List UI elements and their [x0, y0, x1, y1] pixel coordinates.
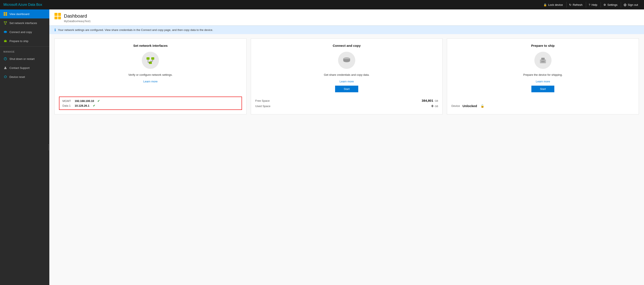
data1-label: Data 1 — [62, 104, 72, 107]
copy-card-desc: Get share credentials and copy data. — [324, 73, 370, 76]
used-space-unit: GB — [434, 105, 438, 108]
sidebar-item-device-reset[interactable]: Device reset — [0, 72, 49, 81]
cards-area: Set network interfaces Verify or configu… — [49, 34, 644, 119]
sidebar-item-prepare-ship[interactable]: Prepare to ship — [0, 36, 49, 46]
help-button[interactable]: ? Help — [586, 2, 600, 8]
sidebar-item-shutdown[interactable]: Shut down or restart — [0, 54, 49, 63]
copy-card: Connect and copy Get share credentials a… — [251, 38, 443, 114]
network-card-title: Set network interfaces — [133, 44, 168, 48]
page-subtitle: MyDataBoxHeavyTest1 — [54, 20, 639, 23]
copy-card-icon — [338, 52, 355, 69]
free-space-value: 384,801 — [422, 99, 433, 102]
copy-card-title: Connect and copy — [333, 44, 360, 48]
copy-nav-icon — [4, 30, 7, 34]
copy-start-button[interactable]: Start — [335, 86, 358, 92]
sign-out-button[interactable]: ⏻ Sign out — [621, 2, 640, 8]
top-nav: Microsoft Azure Data Box 🔒 Lock device ↻… — [0, 0, 644, 10]
info-icon: ℹ — [54, 28, 56, 32]
sidebar-item-view-dashboard[interactable]: View dashboard — [0, 10, 49, 18]
svg-rect-18 — [151, 57, 154, 60]
svg-rect-3 — [6, 14, 7, 16]
network-card: Set network interfaces Verify or configu… — [54, 38, 246, 114]
help-icon: ? — [589, 3, 590, 6]
copy-learn-more[interactable]: Learn more — [340, 80, 354, 83]
lock-icon: 🔒 — [544, 3, 547, 6]
used-space-row: Used Space 0 GB — [255, 104, 438, 108]
svg-rect-4 — [4, 22, 5, 22]
mgmt-value: 192.168.100.10 — [75, 99, 94, 102]
data1-check-icon: ✔ — [93, 104, 96, 107]
refresh-icon: ↻ — [569, 3, 572, 6]
sidebar-divider — [0, 46, 49, 46]
svg-rect-5 — [6, 22, 7, 22]
data1-row: Data 1 10.128.26.1 ✔ — [62, 104, 238, 107]
ship-learn-more[interactable]: Learn more — [536, 80, 550, 83]
mgmt-check-icon: ✔ — [98, 99, 100, 102]
ship-start-button[interactable]: Start — [532, 86, 554, 92]
svg-rect-1 — [6, 12, 7, 14]
used-space-label: Used Space — [255, 104, 270, 108]
device-status-row: Device Unlocked 🔓 — [451, 102, 634, 110]
ship-card-desc: Prepare the device for shipping. — [523, 73, 563, 76]
sidebar: View dashboard Set network interfaces Co… — [0, 10, 49, 285]
svg-rect-2 — [4, 14, 5, 16]
sidebar-item-set-network[interactable]: Set network interfaces — [0, 18, 49, 28]
svg-rect-19 — [149, 62, 152, 64]
refresh-button[interactable]: ↻ Refresh — [566, 2, 585, 8]
free-space-row: Free Space 384,801 GB — [255, 99, 438, 102]
svg-rect-11 — [4, 40, 7, 42]
dashboard-nav-icon — [4, 12, 7, 16]
reset-nav-icon — [4, 75, 7, 79]
main-content: Dashboard MyDataBoxHeavyTest1 ℹ Your net… — [49, 10, 644, 285]
info-banner: ℹ Your network settings are configured. … — [49, 26, 644, 34]
gear-icon: ⚙ — [604, 3, 606, 6]
network-learn-more[interactable]: Learn more — [143, 80, 158, 83]
unlock-icon: 🔓 — [480, 104, 484, 108]
dashboard-grid-icon — [54, 13, 61, 19]
device-label: Device — [451, 104, 460, 108]
page-title: Dashboard — [64, 13, 87, 19]
mgmt-label: MGMT — [62, 99, 72, 102]
signout-icon: ⏻ — [624, 3, 626, 6]
ship-card: Prepare to ship Prepare the device for s… — [447, 38, 639, 114]
network-nav-icon — [4, 21, 7, 25]
free-space-unit: GB — [434, 100, 438, 102]
sidebar-item-connect-copy[interactable]: Connect and copy — [0, 28, 49, 36]
svg-rect-27 — [541, 58, 545, 60]
manage-section-label: MANAGE — [0, 48, 49, 54]
support-nav-icon — [4, 66, 7, 70]
shutdown-nav-icon — [4, 57, 7, 61]
mgmt-row: MGMT 192.168.100.10 ✔ — [62, 99, 238, 102]
copy-card-footer: Free Space 384,801 GB Used Space 0 GB — [255, 96, 438, 110]
svg-rect-17 — [146, 57, 150, 60]
ship-nav-icon — [4, 39, 7, 43]
network-card-desc: Verify or configure network settings. — [128, 73, 172, 76]
brand-title: Microsoft Azure Data Box — [4, 3, 42, 7]
settings-button[interactable]: ⚙ Settings — [601, 2, 620, 8]
app-layout: View dashboard Set network interfaces Co… — [0, 10, 644, 285]
sidebar-item-contact-support[interactable]: Contact Support — [0, 63, 49, 72]
free-space-label: Free Space — [255, 99, 270, 102]
network-card-icon — [142, 52, 159, 69]
data1-value: 10.128.26.1 — [75, 104, 90, 107]
device-value: Unlocked — [462, 104, 477, 108]
info-banner-text: Your network settings are configured. Vi… — [58, 28, 213, 32]
sidebar-resize-handle[interactable] — [48, 144, 49, 151]
svg-rect-6 — [5, 24, 6, 24]
page-header-top: Dashboard — [54, 13, 639, 19]
lock-device-button[interactable]: 🔒 Lock device — [541, 2, 566, 8]
used-space-value: 0 — [432, 104, 433, 108]
svg-rect-0 — [4, 12, 5, 14]
ship-card-title: Prepare to ship — [531, 44, 554, 48]
svg-rect-26 — [540, 60, 546, 63]
network-interfaces-table: MGMT 192.168.100.10 ✔ Data 1 10.128.26.1… — [59, 96, 242, 110]
page-header: Dashboard MyDataBoxHeavyTest1 — [49, 10, 644, 26]
svg-rect-12 — [5, 40, 6, 40]
top-nav-actions: 🔒 Lock device ↻ Refresh ? Help ⚙ Setting… — [541, 2, 640, 8]
ship-card-footer: Device Unlocked 🔓 — [451, 102, 634, 110]
network-card-footer: MGMT 192.168.100.10 ✔ Data 1 10.128.26.1… — [59, 96, 242, 110]
ship-card-icon — [534, 52, 552, 69]
